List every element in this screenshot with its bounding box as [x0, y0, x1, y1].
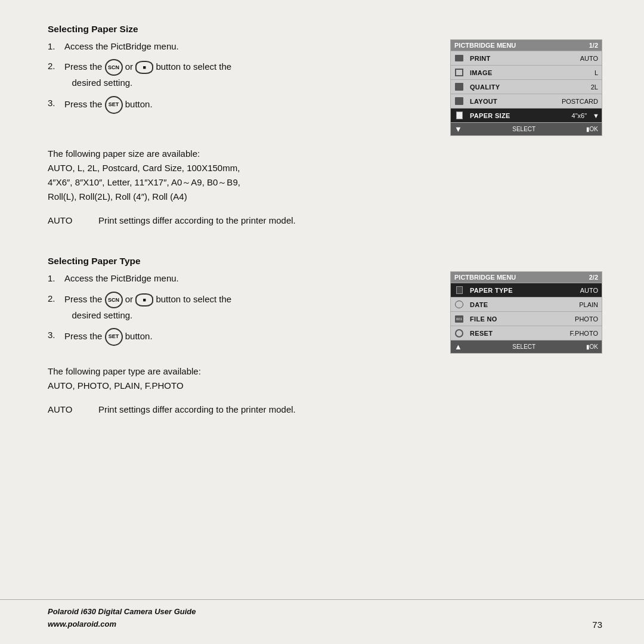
image-icon: [451, 67, 467, 78]
menu2-row-fileno: 001 FILE NO PHOTO: [451, 312, 602, 326]
menu2-row-reset: RESET F.PHOTO: [451, 326, 602, 340]
footer-line2: www.polaroid.com: [48, 618, 196, 631]
menu2-row-papertype: PAPER TYPE AUTO: [451, 283, 602, 298]
step1-1-text: Access the PictBridge menu.: [64, 39, 179, 53]
date-icon: [451, 299, 467, 309]
section1-available: The following paper size are available: …: [48, 147, 602, 204]
step2-3-text: Press the SET button.: [64, 328, 153, 346]
papersize-icon: [451, 110, 467, 120]
layout-icon: [451, 96, 467, 106]
menu2-value-date: PLAIN: [575, 299, 602, 310]
menu1-label-quality: QUALITY: [467, 82, 587, 92]
scn-button-icon: SCN: [105, 59, 123, 76]
set-button-icon-2: SET: [105, 328, 123, 346]
section1-title: Selecting Paper Size: [48, 24, 602, 35]
menu2-value-fileno: PHOTO: [571, 314, 602, 324]
step2-1-text: Access the PictBridge menu.: [64, 271, 179, 285]
available-options-1: AUTO, L, 2L, Postcard, Card Size, 100X15…: [48, 161, 602, 175]
page-footer: Polaroid i630 Digital Camera User Guide …: [0, 599, 644, 631]
quality-icon: [451, 82, 467, 92]
available-options-2: 4″X6″, 8″X10″, Letter, 11″X17″, A0～A9, B…: [48, 175, 602, 190]
step2-3: 3. Press the SET button.: [48, 328, 438, 346]
menu1-footer-ok: ▮OK: [586, 126, 598, 132]
footer-page-number: 73: [592, 620, 602, 631]
set-button-icon: SET: [105, 96, 123, 114]
step1-1: 1. Access the PictBridge menu.: [48, 39, 438, 53]
menu2-header: PICTBRIDGE MENU 2/2: [451, 272, 602, 283]
auto-label-2: AUTO: [48, 402, 80, 416]
step2-2-text: Press the SCN or ■ button to select the …: [64, 292, 231, 322]
menu1-title: PICTBRIDGE MENU: [454, 42, 516, 49]
menu2-footer-arrows: ▲: [454, 342, 462, 351]
menu2-footer: ▲ SELECT ▮OK: [451, 340, 602, 353]
dial-button-icon: ■: [135, 61, 153, 74]
menu1-value-print: AUTO: [577, 53, 602, 64]
section1-auto-note: AUTO Print settings differ according to …: [48, 213, 602, 227]
menu1-page: 1/2: [589, 42, 598, 49]
menu1-box: PICTBRIDGE MENU 1/2 PRINT AUTO IMAGE: [450, 39, 602, 136]
section2-auto-note: AUTO Print settings differ according to …: [48, 402, 602, 416]
menu1-row-image: IMAGE L: [451, 66, 602, 80]
available-options-type: AUTO, PHOTO, PLAIN, F.PHOTO: [48, 379, 602, 393]
dial-button-icon-2: ■: [135, 293, 153, 306]
menu2-label-fileno: FILE NO: [467, 314, 571, 324]
fileno-icon: 001: [451, 314, 467, 324]
menu1-row-print: PRINT AUTO: [451, 51, 602, 66]
menu1-footer: ▼ SELECT ▮OK: [451, 123, 602, 135]
menu2-value-reset: F.PHOTO: [566, 328, 602, 339]
menu1-row-papersize: PAPER SIZE 4"x6" ▼: [451, 109, 602, 123]
section1-content: 1. Access the PictBridge menu. 2. Press …: [48, 39, 602, 136]
menu2-label-papertype: PAPER TYPE: [467, 285, 577, 296]
menu2-label-date: DATE: [467, 299, 575, 310]
available-title-1: The following paper size are available:: [48, 147, 602, 161]
auto-desc-2: Print settings differ according to the p…: [98, 402, 296, 416]
menu1-header: PICTBRIDGE MENU 1/2: [451, 40, 602, 51]
menu1-row-layout: LAYOUT POSTCARD: [451, 94, 602, 109]
menu1-value-papersize: 4"x6": [568, 110, 591, 121]
menu1-label-print: PRINT: [467, 53, 577, 64]
step1-2-text: Press the SCN or ■ button to select the …: [64, 59, 231, 89]
menu1-value-image: L: [591, 67, 602, 78]
step1-3: 3. Press the SET button.: [48, 96, 438, 114]
footer-line1: Polaroid i630 Digital Camera User Guide: [48, 606, 196, 618]
menu2-footer-select: SELECT: [512, 343, 535, 350]
menu2-label-reset: RESET: [467, 328, 566, 339]
page: Selecting Paper Size 1. Access the PictB…: [0, 0, 644, 644]
menu1-footer-arrows: ▼: [454, 125, 462, 134]
papertype-icon: [451, 285, 467, 295]
menu1-value-layout: POSTCARD: [558, 96, 602, 107]
menu1-arrow-papersize: ▼: [590, 110, 602, 121]
section-paper-size: Selecting Paper Size 1. Access the PictB…: [48, 24, 602, 227]
section-paper-type: Selecting Paper Type 1. Access the PictB…: [48, 256, 602, 416]
menu1-label-papersize: PAPER SIZE: [467, 110, 568, 121]
menu1-row-quality: QUALITY 2L: [451, 80, 602, 94]
section2-title: Selecting Paper Type: [48, 256, 602, 267]
footer-text: Polaroid i630 Digital Camera User Guide …: [48, 606, 196, 631]
menu1-footer-select: SELECT: [512, 126, 535, 132]
section2-content: 1. Access the PictBridge menu. 2. Press …: [48, 271, 602, 354]
auto-label-1: AUTO: [48, 213, 80, 227]
scn-button-icon-2: SCN: [105, 292, 123, 308]
section2-instructions: 1. Access the PictBridge menu. 2. Press …: [48, 271, 450, 352]
menu2-title: PICTBRIDGE MENU: [454, 274, 516, 281]
reset-icon: [451, 328, 467, 339]
menu2-value-papertype: AUTO: [577, 285, 602, 296]
menu2-row-date: DATE PLAIN: [451, 298, 602, 312]
print-icon: [451, 54, 467, 63]
menu2-box: PICTBRIDGE MENU 2/2 PAPER TYPE AUTO: [450, 271, 602, 354]
available-options-3: Roll(L), Roll(2L), Roll (4″), Roll (A4): [48, 190, 602, 204]
section1-instructions: 1. Access the PictBridge menu. 2. Press …: [48, 39, 450, 120]
section2-available: The following paper type are available: …: [48, 364, 602, 393]
menu1-label-image: IMAGE: [467, 67, 591, 78]
menu1-value-quality: 2L: [587, 82, 602, 92]
step2-1: 1. Access the PictBridge menu.: [48, 271, 438, 285]
menu2-page: 2/2: [589, 274, 598, 281]
step1-2: 2. Press the SCN or ■ button to select t…: [48, 59, 438, 89]
available-title-2: The following paper type are available:: [48, 364, 602, 379]
step2-2: 2. Press the SCN or ■ button to select t…: [48, 292, 438, 322]
auto-desc-1: Print settings differ according to the p…: [98, 213, 296, 227]
menu1-label-layout: LAYOUT: [467, 96, 558, 107]
step1-3-text: Press the SET button.: [64, 96, 153, 114]
menu2-footer-ok: ▮OK: [586, 343, 598, 350]
